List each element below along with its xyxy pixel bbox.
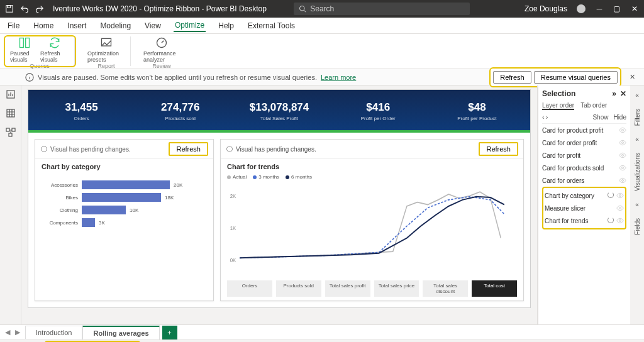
ribbon-group-queries: Paused visuals Refresh visuals Queries [5, 36, 75, 66]
card-refresh-button[interactable]: Refresh [169, 142, 208, 156]
pane-fields[interactable]: Fields [634, 218, 641, 235]
learn-more-link[interactable]: Learn more [321, 74, 356, 81]
svg-point-20 [622, 142, 624, 144]
series-discount[interactable]: Total sales discount [423, 280, 468, 297]
close-pane-icon[interactable]: ✕ [620, 89, 626, 98]
eye-icon[interactable] [619, 126, 626, 134]
tab-home[interactable]: Home [32, 20, 55, 31]
titlebar-right: Zoe Douglas ─ ▢ ✕ [525, 4, 639, 14]
refresh-button[interactable]: Refresh [493, 71, 531, 84]
page-nav-prev[interactable]: ◀ [5, 328, 10, 336]
collapse-icon[interactable]: « [635, 92, 639, 99]
expand-icon[interactable]: » [612, 89, 616, 98]
tab-help[interactable]: Help [217, 20, 235, 31]
undo-icon[interactable] [20, 4, 29, 13]
page-tab-rolling-averages[interactable]: Rolling averages [82, 326, 159, 339]
eye-icon[interactable] [616, 217, 624, 224]
card-header: Visual has pending changes. Refresh [221, 140, 523, 159]
svg-point-21 [622, 155, 624, 157]
tab-tab-order[interactable]: Tab order [580, 102, 607, 110]
show-button[interactable]: Show [592, 114, 608, 121]
svg-text:1K: 1K [230, 224, 236, 231]
line-chart: 2K 1K 0K [226, 182, 518, 278]
search-box[interactable]: Search [294, 3, 470, 15]
svg-point-19 [622, 130, 624, 131]
layer-item: Card for order profit [542, 136, 626, 149]
hide-button[interactable]: Hide [613, 114, 626, 121]
minimize-icon[interactable]: ─ [595, 4, 604, 13]
series-cost[interactable]: Total cost [472, 280, 517, 297]
collapse-icon[interactable]: « [635, 201, 639, 208]
left-rail [0, 86, 21, 324]
user-name[interactable]: Zoe Douglas [525, 4, 567, 13]
tab-file[interactable]: File [6, 20, 21, 31]
collapse-icon[interactable]: « [635, 136, 639, 143]
tab-insert[interactable]: Insert [66, 20, 87, 31]
close-icon[interactable]: ✕ [630, 4, 639, 13]
card-title: Chart for trends [221, 159, 523, 174]
eye-icon[interactable] [619, 139, 626, 146]
performance-analyzer-button[interactable]: Performance analyzer [143, 36, 180, 63]
svg-point-3 [577, 4, 586, 13]
presets-icon [100, 36, 113, 49]
tab-modeling[interactable]: Modeling [99, 20, 132, 31]
optimization-presets-button[interactable]: Optimization presets [87, 36, 125, 63]
paused-visuals-button[interactable]: Paused visuals [10, 36, 39, 63]
series-orders[interactable]: Orders [227, 280, 272, 297]
info-bar-actions: Refresh Resume visual queries [489, 67, 621, 87]
pane-visualizations[interactable]: Visualizations [634, 153, 641, 191]
series-price[interactable]: Total sales price [374, 280, 419, 297]
pane-filters[interactable]: Filters [634, 109, 641, 126]
card-refresh-button[interactable]: Refresh [479, 142, 518, 156]
report-view-icon[interactable] [6, 89, 16, 99]
page-nav-next[interactable]: ▶ [15, 328, 20, 336]
pause-visuals-icon [18, 36, 31, 49]
eye-icon[interactable] [619, 164, 626, 172]
maximize-icon[interactable]: ▢ [613, 4, 621, 13]
eye-icon[interactable] [616, 192, 624, 199]
series-profit[interactable]: Total sales profit [325, 280, 370, 297]
avatar-icon[interactable] [576, 4, 586, 14]
card-chart-trends[interactable]: Visual has pending changes. Refresh Char… [220, 139, 524, 301]
data-view-icon[interactable] [6, 108, 16, 118]
eye-icon[interactable] [619, 177, 626, 184]
page-tab-introduction[interactable]: Introduction [25, 326, 82, 339]
group-label-report: Report [97, 63, 114, 69]
refresh-visuals-button[interactable]: Refresh visuals [40, 36, 69, 63]
page-tabs: ◀ ▶ Introduction Rolling averages + [0, 324, 644, 339]
kpi-profit-order: $416Profit per Order [331, 96, 425, 130]
card-title: Chart by category [35, 159, 213, 174]
search-icon [299, 5, 306, 13]
add-page-button[interactable]: + [162, 326, 177, 339]
card-chart-category[interactable]: Visual has pending changes. Refresh Char… [35, 139, 214, 301]
pending-text: Visual has pending changes. [50, 146, 131, 153]
info-bar: Visuals are paused. Some edits won't be … [0, 69, 644, 86]
eye-icon[interactable] [616, 204, 624, 212]
group-label-review: Review [152, 63, 171, 69]
eye-icon[interactable] [619, 152, 626, 159]
model-view-icon[interactable] [6, 127, 16, 137]
ribbon-group-review: Performance analyzer Review [138, 36, 185, 66]
right-pane: Selection»✕ Layer order Tab order ‹ ›Sho… [537, 86, 644, 324]
info-close-icon[interactable]: ✕ [630, 73, 635, 81]
redo-icon[interactable] [35, 4, 44, 13]
selection-tabs: Layer order Tab order [542, 102, 626, 110]
layer-item: Measure slicer [545, 202, 624, 214]
save-icon[interactable] [5, 4, 14, 13]
series-products[interactable]: Products sold [276, 280, 321, 297]
canvas: 31,455Orders 274,776Products sold $13,07… [21, 86, 537, 324]
tab-view[interactable]: View [143, 20, 162, 31]
tab-layer-order[interactable]: Layer order [542, 102, 574, 110]
layer-item: Card for profit [542, 149, 626, 162]
legend: Actual 3 months 6 months [221, 174, 523, 182]
tab-external-tools[interactable]: External Tools [247, 20, 296, 31]
layer-item: Card for orders [542, 174, 626, 187]
resume-queries-button[interactable]: Resume visual queries [534, 71, 618, 84]
tab-optimize[interactable]: Optimize [174, 19, 206, 32]
workbench: 31,455Orders 274,776Products sold $13,07… [0, 86, 644, 324]
menu-bar: File Home Insert Modeling View Optimize … [0, 18, 644, 34]
svg-rect-12 [12, 128, 15, 131]
title-bar: Iventure Works DW 2020 - Optimize Ribbon… [0, 0, 644, 18]
nav-prev-icon[interactable]: ‹ › [542, 114, 548, 121]
kpi-row: 31,455Orders 274,776Products sold $13,07… [28, 90, 530, 133]
